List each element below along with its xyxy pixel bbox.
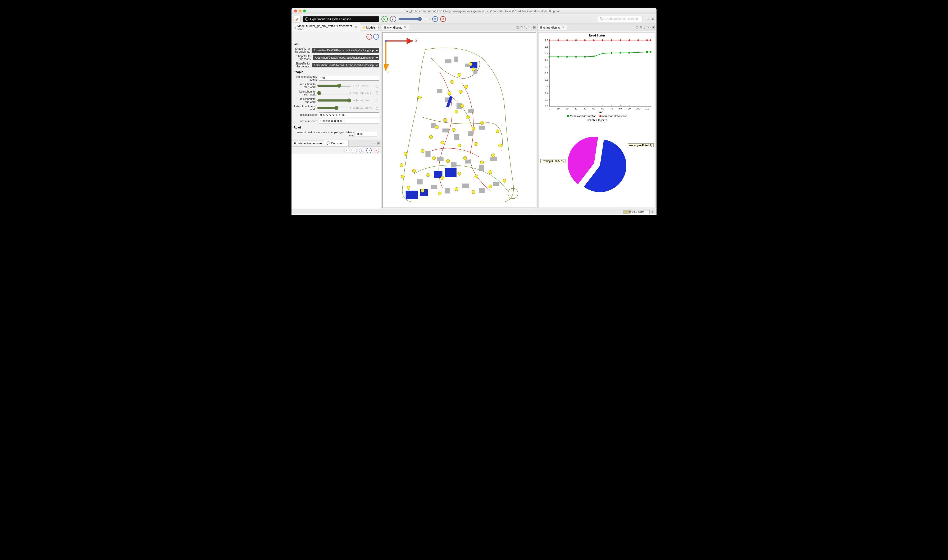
earliest-end-label: Earliest hour to end work <box>294 98 315 103</box>
tab-model-experiment[interactable]: ⚙ Model tutorial_gis_city_traffic / Expe… <box>291 23 360 32</box>
overlay-icon[interactable]: ◫ <box>636 26 638 29</box>
minimize-icon[interactable]: ▭ <box>373 142 376 145</box>
svg-point-141 <box>646 39 648 41</box>
city-map-canvas[interactable]: X Y <box>382 32 536 208</box>
reload-button[interactable]: ⟳ <box>432 16 438 22</box>
memory-bar[interactable]: 159M of 604M <box>623 210 649 214</box>
add-param-button[interactable]: + <box>373 34 379 40</box>
font-increase-button[interactable]: A <box>344 148 349 153</box>
people-pie-chart <box>563 130 631 199</box>
latest-start-slider[interactable] <box>317 91 351 95</box>
window-controls <box>294 9 306 12</box>
tab-city-display[interactable]: ▦ city_display ✕ <box>382 25 409 30</box>
minimize-panel-icon[interactable]: ▭ <box>646 17 649 21</box>
svg-text:30: 30 <box>575 107 577 110</box>
svg-rect-148 <box>593 55 595 57</box>
minimize-icon[interactable]: ▭ <box>648 26 651 29</box>
play-button[interactable]: ▶ <box>382 16 388 22</box>
svg-rect-154 <box>646 51 648 53</box>
edit-icon[interactable]: ✎ <box>376 106 379 110</box>
font-decrease-button[interactable]: A <box>351 148 357 153</box>
earliest-start-slider[interactable] <box>317 83 351 88</box>
clear-console-button[interactable]: ✂ <box>374 148 379 153</box>
tab-console[interactable]: 💬 Console ✕ <box>324 140 349 146</box>
latest-end-slider[interactable] <box>317 106 351 110</box>
maximize-icon[interactable]: ▣ <box>377 142 380 145</box>
window-minimize-button[interactable] <box>299 9 302 12</box>
tab-models[interactable]: 📁 Models <box>360 25 378 30</box>
snapshot-icon[interactable]: ⧉ <box>640 26 642 29</box>
edit-icon[interactable]: ✎ <box>376 98 379 102</box>
svg-rect-146 <box>575 56 577 58</box>
maximize-panel-icon[interactable]: ▣ <box>651 17 654 21</box>
svg-rect-9 <box>437 89 442 93</box>
svg-rect-6 <box>454 57 458 62</box>
svg-point-36 <box>469 62 472 66</box>
overlay-icon[interactable]: ◫ <box>516 26 519 29</box>
window-maximize-button[interactable] <box>303 9 306 12</box>
svg-text:90: 90 <box>628 107 631 110</box>
chart-display-label: chart_display <box>543 26 560 29</box>
svg-rect-14 <box>442 129 449 132</box>
earliest-end-slider[interactable] <box>317 98 351 103</box>
refresh-console-button[interactable]: ⟳ <box>366 148 372 153</box>
app-window: road_traffic - /Users/ben/Dev/GitReposit… <box>291 8 657 215</box>
close-icon[interactable]: ✕ <box>562 26 565 29</box>
right-panel: ▦ chart_display ✕ ◫ ⧉ ⛶ ▭ ▣ Road Status … <box>537 24 657 209</box>
left-panel: ⚙ Model tutorial_gis_city_traffic / Expe… <box>291 24 382 209</box>
roads-shapefile-select[interactable]: /Users/ben/Dev/GitRepos...affic/includes… <box>313 55 379 60</box>
search-input[interactable]: 🔍 GAML reference (⌘3⌘H) <box>598 16 643 22</box>
svg-text:0.8: 0.8 <box>545 78 548 81</box>
svg-point-56 <box>421 149 424 153</box>
svg-point-66 <box>474 175 478 178</box>
zoom-icon[interactable]: ⛶ <box>524 26 527 29</box>
speed-slider[interactable] <box>399 17 430 21</box>
pause-console-button[interactable]: || <box>359 148 364 153</box>
destruction-input[interactable] <box>356 132 377 137</box>
gc-trash-icon[interactable]: 🗑 <box>651 211 654 213</box>
console-tabbar: 🖥 Interactive console 💬 Console ✕ ▭ ▣ <box>291 140 381 147</box>
latest-end-hint: 20 [16..23] every 1 <box>353 106 374 109</box>
bounds-shapefile-select[interactable]: /Users/ben/Dev/GitRepos...fic/includes/b… <box>312 63 379 68</box>
close-icon[interactable]: ✕ <box>354 26 358 29</box>
maximize-icon[interactable]: ▣ <box>533 26 536 29</box>
max-speed-input[interactable] <box>319 119 379 123</box>
window-title: road_traffic - /Users/ben/Dev/GitReposit… <box>309 9 654 13</box>
tab-models-label: Models <box>366 26 376 29</box>
svg-rect-22 <box>479 165 484 171</box>
titlebar: road_traffic - /Users/ben/Dev/GitReposit… <box>291 8 657 14</box>
tab-chart-display[interactable]: ▦ chart_display ✕ <box>537 25 567 30</box>
stop-button[interactable]: ✕ <box>440 16 446 22</box>
svg-point-71 <box>455 188 458 191</box>
minimize-icon[interactable]: ▭ <box>529 26 531 29</box>
step-button[interactable]: ▶| <box>390 16 396 22</box>
panel-menu-icon[interactable]: ▾ <box>378 26 381 29</box>
snapshot-icon[interactable]: ⧉ <box>520 26 523 29</box>
svg-text:1.8: 1.8 <box>545 46 548 48</box>
revert-params-button[interactable]: ← <box>366 34 372 40</box>
statusbar: 159M of 604M 🗑 <box>291 209 657 215</box>
min-speed-input[interactable] <box>319 112 379 117</box>
tab-interactive-console[interactable]: 🖥 Interactive console <box>291 141 324 146</box>
svg-point-48 <box>435 125 439 129</box>
maximize-icon[interactable]: ▣ <box>652 26 655 29</box>
close-icon[interactable]: ✕ <box>403 26 407 29</box>
svg-point-46 <box>466 115 469 119</box>
interactive-console-label: Interactive console <box>298 142 322 145</box>
edit-model-button[interactable] <box>294 15 300 23</box>
earliest-end-hint: 16 [12..16] every 1 <box>353 99 374 102</box>
window-close-button[interactable] <box>294 9 297 12</box>
svg-point-4 <box>385 40 387 42</box>
n-agents-input[interactable] <box>319 76 379 81</box>
buildings-shapefile-select[interactable]: /Users/ben/Dev/GitReposi...ic/includes/b… <box>312 48 379 52</box>
n-agents-label: Number of people agents <box>294 75 317 81</box>
svg-point-59 <box>463 157 466 160</box>
svg-point-40 <box>465 85 468 89</box>
svg-rect-23 <box>490 157 497 161</box>
zoom-icon[interactable]: ⛶ <box>643 26 646 29</box>
svg-point-70 <box>438 192 441 195</box>
close-icon[interactable]: ✕ <box>343 142 346 145</box>
edit-icon[interactable]: ✎ <box>376 91 379 95</box>
edit-icon[interactable]: ✎ <box>376 84 379 88</box>
svg-point-44 <box>460 104 464 108</box>
